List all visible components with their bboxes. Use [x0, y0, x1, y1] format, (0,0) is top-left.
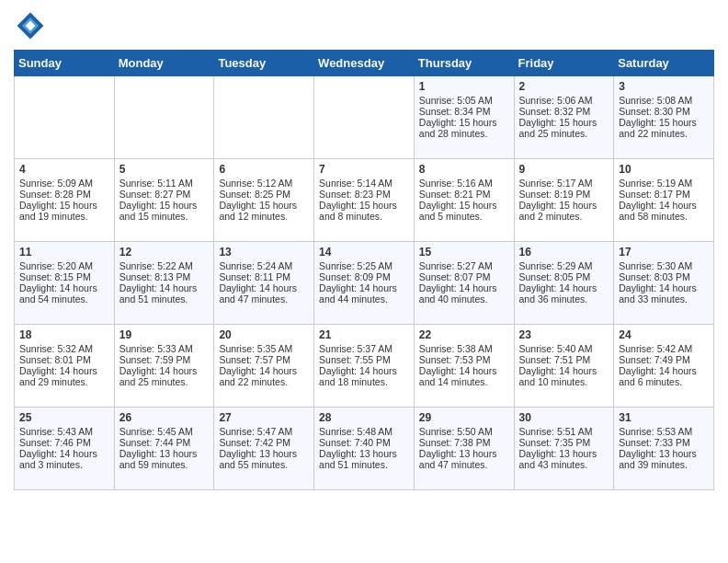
calendar-cell: 27Sunrise: 5:47 AMSunset: 7:42 PMDayligh… [214, 408, 314, 490]
day-number: 26 [119, 411, 210, 424]
calendar-cell: 3Sunrise: 5:08 AMSunset: 8:30 PMDaylight… [614, 76, 714, 159]
day-info: Sunset: 7:44 PM [119, 437, 210, 448]
day-info: Sunset: 8:09 PM [319, 271, 409, 282]
day-info: and 15 minutes. [119, 211, 210, 222]
day-info: Sunset: 8:27 PM [119, 189, 210, 200]
day-header-sunday: Sunday [15, 51, 115, 76]
day-info: Daylight: 14 hours [19, 282, 109, 293]
day-info: Sunrise: 5:45 AM [119, 426, 210, 437]
calendar-cell: 5Sunrise: 5:11 AMSunset: 8:27 PMDaylight… [114, 159, 214, 242]
calendar-cell: 16Sunrise: 5:29 AMSunset: 8:05 PMDayligh… [514, 242, 614, 325]
day-info: Sunset: 8:07 PM [419, 271, 509, 282]
calendar-cell: 1Sunrise: 5:05 AMSunset: 8:34 PMDaylight… [414, 76, 514, 159]
day-number: 24 [619, 328, 709, 341]
day-info: Sunset: 8:32 PM [519, 106, 609, 117]
day-info: Daylight: 14 hours [19, 448, 109, 459]
day-number: 9 [519, 163, 609, 176]
day-info: Sunset: 8:03 PM [619, 271, 709, 282]
day-info: Daylight: 15 hours [419, 200, 509, 211]
day-info: and 28 minutes. [419, 128, 509, 139]
day-info: Sunset: 8:17 PM [619, 189, 709, 200]
day-info: Sunrise: 5:06 AM [519, 95, 609, 106]
day-info: Daylight: 14 hours [319, 282, 409, 293]
day-info: Sunrise: 5:47 AM [219, 426, 309, 437]
day-number: 13 [219, 246, 309, 259]
day-info: Daylight: 14 hours [619, 282, 709, 293]
day-info: Sunrise: 5:48 AM [319, 426, 409, 437]
calendar-cell: 21Sunrise: 5:37 AMSunset: 7:55 PMDayligh… [314, 325, 415, 408]
day-info: Sunset: 7:57 PM [219, 354, 309, 365]
day-info: and 51 minutes. [319, 459, 409, 470]
day-info: Sunset: 8:30 PM [619, 106, 709, 117]
calendar-cell: 6Sunrise: 5:12 AMSunset: 8:25 PMDaylight… [214, 159, 314, 242]
day-info: and 22 minutes. [619, 128, 709, 139]
day-info: Sunrise: 5:35 AM [219, 343, 309, 354]
calendar-cell: 28Sunrise: 5:48 AMSunset: 7:40 PMDayligh… [314, 408, 415, 490]
day-info: Sunset: 8:05 PM [519, 271, 609, 282]
calendar-cell: 23Sunrise: 5:40 AMSunset: 7:51 PMDayligh… [514, 325, 614, 408]
day-header-monday: Monday [114, 51, 214, 76]
day-info: and 58 minutes. [619, 211, 709, 222]
calendar-header-row: SundayMondayTuesdayWednesdayThursdayFrid… [15, 51, 714, 76]
day-info: and 51 minutes. [119, 293, 210, 304]
day-header-thursday: Thursday [414, 51, 514, 76]
day-info: Daylight: 14 hours [619, 200, 709, 211]
day-info: Daylight: 15 hours [519, 117, 609, 128]
day-header-wednesday: Wednesday [314, 51, 415, 76]
day-number: 10 [619, 163, 709, 176]
day-info: Sunrise: 5:19 AM [619, 178, 709, 189]
day-number: 21 [319, 328, 409, 341]
day-number: 3 [619, 80, 709, 93]
day-info: Sunrise: 5:24 AM [219, 260, 309, 271]
day-info: Sunrise: 5:12 AM [219, 178, 309, 189]
calendar-cell: 31Sunrise: 5:53 AMSunset: 7:33 PMDayligh… [614, 408, 714, 490]
day-info: Daylight: 13 hours [319, 448, 409, 459]
day-info: Sunrise: 5:43 AM [19, 426, 109, 437]
calendar-cell: 9Sunrise: 5:17 AMSunset: 8:19 PMDaylight… [514, 159, 614, 242]
day-info: Sunrise: 5:17 AM [519, 178, 609, 189]
calendar-cell: 26Sunrise: 5:45 AMSunset: 7:44 PMDayligh… [114, 408, 214, 490]
day-info: and 3 minutes. [19, 459, 109, 470]
day-info: Daylight: 13 hours [219, 448, 309, 459]
day-info: Sunset: 7:53 PM [419, 354, 509, 365]
day-info: and 25 minutes. [119, 376, 210, 387]
day-info: and 22 minutes. [219, 376, 309, 387]
day-info: Sunrise: 5:11 AM [119, 178, 210, 189]
day-info: Daylight: 14 hours [219, 282, 309, 293]
day-info: Daylight: 15 hours [19, 200, 109, 211]
day-info: and 59 minutes. [119, 459, 210, 470]
day-info: and 39 minutes. [619, 459, 709, 470]
calendar-cell: 2Sunrise: 5:06 AMSunset: 8:32 PMDaylight… [514, 76, 614, 159]
day-info: Sunset: 8:34 PM [419, 106, 509, 117]
day-info: Sunset: 8:23 PM [319, 189, 409, 200]
day-info: Sunrise: 5:25 AM [319, 260, 409, 271]
day-number: 4 [19, 163, 109, 176]
day-info: Sunrise: 5:37 AM [319, 343, 409, 354]
day-info: Sunrise: 5:16 AM [419, 178, 509, 189]
calendar-cell [314, 76, 415, 159]
day-number: 28 [319, 411, 409, 424]
day-number: 11 [19, 246, 109, 259]
day-info: Daylight: 15 hours [619, 117, 709, 128]
day-number: 15 [419, 246, 509, 259]
calendar-cell: 22Sunrise: 5:38 AMSunset: 7:53 PMDayligh… [414, 325, 514, 408]
day-info: Sunset: 7:40 PM [319, 437, 409, 448]
day-info: and 6 minutes. [619, 376, 709, 387]
day-info: Sunrise: 5:14 AM [319, 178, 409, 189]
day-info: and 55 minutes. [219, 459, 309, 470]
day-info: Sunrise: 5:22 AM [119, 260, 210, 271]
day-info: Daylight: 15 hours [119, 200, 210, 211]
day-info: and 25 minutes. [519, 128, 609, 139]
day-info: and 33 minutes. [619, 293, 709, 304]
day-info: Sunset: 8:11 PM [219, 271, 309, 282]
day-info: Daylight: 15 hours [219, 200, 309, 211]
calendar-cell: 18Sunrise: 5:32 AMSunset: 8:01 PMDayligh… [15, 325, 115, 408]
day-info: Sunrise: 5:09 AM [19, 178, 109, 189]
day-info: Sunrise: 5:33 AM [119, 343, 210, 354]
calendar-cell: 7Sunrise: 5:14 AMSunset: 8:23 PMDaylight… [314, 159, 415, 242]
day-number: 22 [419, 328, 509, 341]
day-info: Daylight: 15 hours [319, 200, 409, 211]
day-info: Sunrise: 5:20 AM [19, 260, 109, 271]
day-info: Daylight: 14 hours [419, 365, 509, 376]
day-info: Daylight: 13 hours [519, 448, 609, 459]
